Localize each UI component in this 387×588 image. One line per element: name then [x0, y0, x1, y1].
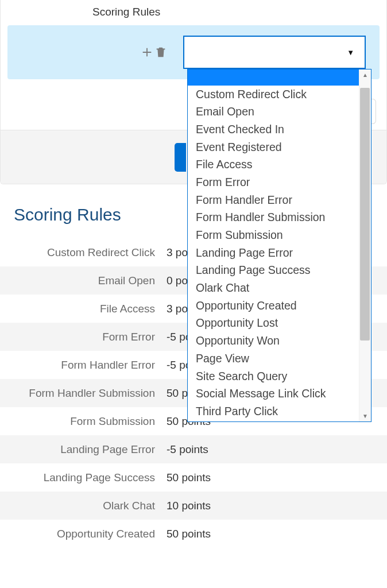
table-row: Landing Page Success 50 points	[0, 463, 387, 492]
dropdown-option[interactable]: Site Search Query	[188, 368, 359, 385]
dropdown-option[interactable]: Opportunity Created	[188, 297, 359, 315]
scroll-down-icon[interactable]: ▼	[362, 413, 368, 419]
rule-value: 50 points	[163, 471, 211, 484]
dropdown-option[interactable]: Landing Page Success	[188, 262, 359, 280]
dropdown-option-blank[interactable]	[188, 69, 359, 86]
dropdown-option[interactable]: Opportunity Lost	[188, 315, 359, 332]
dropdown-option[interactable]: Custom Redirect Click	[188, 86, 359, 103]
rule-value: 10 points	[163, 500, 211, 512]
rule-value: 50 points	[163, 528, 211, 540]
rule-label: Custom Redirect Click	[0, 246, 163, 259]
rule-label: Form Handler Error	[0, 359, 163, 372]
dropdown-option[interactable]: Form Handler Submission	[188, 209, 359, 227]
delete-icon[interactable]	[154, 46, 167, 59]
rule-type-select-wrap: ▼	[183, 36, 366, 69]
rule-type-dropdown: Custom Redirect Click Email Open Event C…	[187, 69, 371, 422]
rule-type-select[interactable]: ▼	[183, 36, 366, 69]
dropdown-list: Custom Redirect Click Email Open Event C…	[188, 69, 359, 421]
scrollbar-thumb[interactable]	[360, 88, 370, 341]
dropdown-option[interactable]: Page View	[188, 350, 359, 368]
rule-label: Form Handler Submission	[0, 387, 163, 400]
rule-label: Landing Page Success	[0, 471, 163, 484]
dropdown-option[interactable]: Social Message Link Click	[188, 385, 359, 403]
add-icon[interactable]	[141, 46, 153, 59]
rule-label: Form Submission	[0, 415, 163, 428]
dropdown-option[interactable]: Event Checked In	[188, 121, 359, 138]
dropdown-option[interactable]: Form Submission	[188, 227, 359, 245]
dropdown-scrollbar[interactable]: ▲ ▼	[359, 69, 371, 421]
panel-title: Scoring Rules	[1, 0, 386, 25]
scroll-up-icon[interactable]: ▲	[362, 72, 368, 78]
dropdown-option[interactable]: Third Party Click	[188, 403, 359, 420]
rule-label: Email Open	[0, 274, 163, 287]
rule-label: Form Error	[0, 331, 163, 343]
primary-button[interactable]	[175, 143, 186, 172]
rule-label: Opportunity Created	[0, 528, 163, 540]
dropdown-option[interactable]: Olark Chat	[188, 280, 359, 297]
row-actions	[141, 46, 167, 59]
dropdown-option[interactable]: Opportunity Won	[188, 332, 359, 350]
rule-value: -5 points	[163, 443, 208, 456]
table-row: Landing Page Error -5 points	[0, 435, 387, 463]
dropdown-option[interactable]: Form Error	[188, 173, 359, 191]
dropdown-option[interactable]: Email Open	[188, 103, 359, 121]
dropdown-option[interactable]: Event Registered	[188, 138, 359, 156]
dropdown-option[interactable]: Form Handler Error	[188, 191, 359, 209]
dropdown-option[interactable]: Landing Page Error	[188, 244, 359, 262]
table-row: Olark Chat 10 points	[0, 492, 387, 520]
table-row: Opportunity Created 50 points	[0, 520, 387, 548]
dropdown-option[interactable]: File Access	[188, 156, 359, 174]
rule-label: File Access	[0, 303, 163, 315]
chevron-down-icon: ▼	[347, 48, 354, 57]
rule-label: Landing Page Error	[0, 443, 163, 456]
rule-label: Olark Chat	[0, 500, 163, 512]
